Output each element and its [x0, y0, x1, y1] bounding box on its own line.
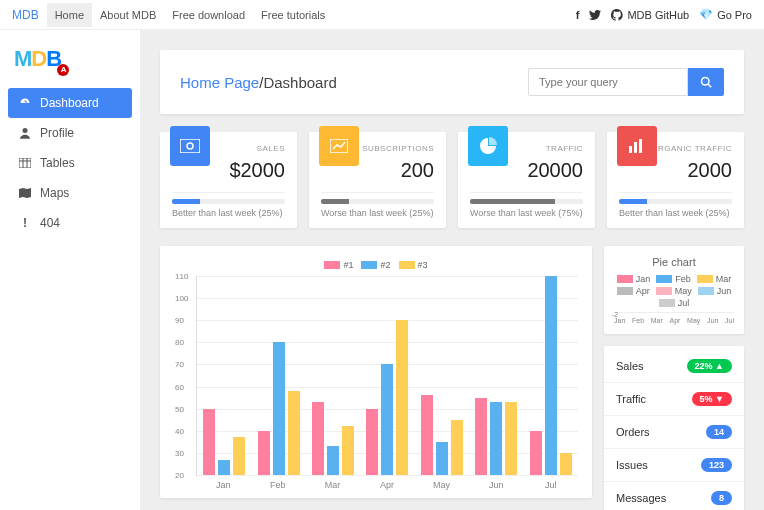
github-link[interactable]: MDB GitHub	[611, 9, 689, 21]
svg-rect-7	[180, 139, 200, 153]
pie-chart-card: Pie chart JanFebMarAprMayJunJul -2JanFeb…	[604, 246, 744, 334]
sidebar: MDBA DashboardProfileTablesMaps!404	[0, 30, 140, 510]
map-icon	[18, 188, 32, 198]
gauge-icon	[18, 97, 32, 109]
bar[interactable]	[560, 453, 572, 475]
breadcrumb: Home Page/Dashboard	[180, 74, 337, 91]
bar[interactable]	[218, 460, 230, 475]
bar[interactable]	[327, 446, 339, 475]
bar[interactable]	[366, 409, 378, 475]
badge: 14	[706, 425, 732, 439]
bar[interactable]	[436, 442, 448, 475]
search-input[interactable]	[528, 68, 688, 96]
sidebar-item-tables[interactable]: Tables	[8, 148, 132, 178]
stat-card-sales: SALES$2000Better than last week (25%)	[160, 132, 297, 228]
bar[interactable]	[203, 409, 215, 475]
twitter-icon[interactable]	[589, 10, 601, 20]
summary-list: Sales22% ▲Traffic5% ▼Orders14Issues123Me…	[604, 346, 744, 510]
logo: MDBA	[8, 38, 132, 88]
money-icon	[170, 126, 210, 166]
topnav-item-about-mdb[interactable]: About MDB	[92, 3, 164, 27]
sidebar-item-maps[interactable]: Maps	[8, 178, 132, 208]
bar[interactable]	[342, 426, 354, 475]
svg-point-0	[23, 128, 28, 133]
list-item-messages[interactable]: Messages8	[604, 482, 744, 510]
sidebar-item-dashboard[interactable]: Dashboard	[8, 88, 132, 118]
bar[interactable]	[312, 402, 324, 475]
chart-icon	[319, 126, 359, 166]
top-nav: MDB HomeAbout MDBFree downloadFree tutor…	[0, 0, 764, 30]
pie-icon	[468, 126, 508, 166]
svg-line-6	[708, 84, 711, 87]
bar[interactable]	[233, 437, 245, 475]
sidebar-item-404[interactable]: !404	[8, 208, 132, 238]
topnav-item-free-download[interactable]: Free download	[164, 3, 253, 27]
bar[interactable]	[490, 402, 502, 475]
user-icon	[18, 127, 32, 139]
bar[interactable]	[475, 398, 487, 475]
bar[interactable]	[421, 395, 433, 475]
progress-bar	[619, 199, 732, 204]
svg-rect-12	[639, 139, 642, 153]
sidebar-item-profile[interactable]: Profile	[8, 118, 132, 148]
bars-icon	[617, 126, 657, 166]
list-item-orders[interactable]: Orders14	[604, 416, 744, 449]
brand-link[interactable]: MDB	[12, 8, 39, 22]
excl-icon: !	[18, 216, 32, 230]
legend-#1[interactable]: #1	[324, 260, 353, 270]
bar[interactable]	[288, 391, 300, 475]
pie-legend-apr[interactable]: Apr	[617, 286, 650, 296]
table-icon	[18, 158, 32, 168]
badge: 5% ▼	[692, 392, 732, 406]
bar[interactable]	[258, 431, 270, 475]
legend-#2[interactable]: #2	[361, 260, 390, 270]
search-button[interactable]	[688, 68, 724, 96]
badge: 22% ▲	[687, 359, 732, 373]
progress-bar	[172, 199, 285, 204]
pie-legend-jul[interactable]: Jul	[659, 298, 690, 308]
breadcrumb-home[interactable]: Home Page	[180, 74, 259, 91]
list-item-traffic[interactable]: Traffic5% ▼	[604, 383, 744, 416]
bar[interactable]	[381, 364, 393, 475]
progress-bar	[470, 199, 583, 204]
badge: 8	[711, 491, 732, 505]
stat-card-traffic: TRAFFIC20000Worse than last week (75%)	[458, 132, 595, 228]
pie-legend-may[interactable]: May	[656, 286, 692, 296]
gopro-link[interactable]: 💎 Go Pro	[699, 8, 752, 21]
legend-#3[interactable]: #3	[399, 260, 428, 270]
header-card: Home Page/Dashboard	[160, 50, 744, 114]
list-item-issues[interactable]: Issues123	[604, 449, 744, 482]
facebook-icon[interactable]: f	[576, 9, 580, 21]
progress-bar	[321, 199, 434, 204]
pie-legend-jun[interactable]: Jun	[698, 286, 732, 296]
svg-rect-10	[629, 146, 632, 153]
pie-legend-jan[interactable]: Jan	[617, 274, 651, 284]
svg-rect-11	[634, 142, 637, 153]
svg-rect-1	[19, 158, 31, 168]
stat-card-subscriptions: SUBSCRIPTIONS200Worse than last week (25…	[309, 132, 446, 228]
badge: 123	[701, 458, 732, 472]
list-item-sales[interactable]: Sales22% ▲	[604, 350, 744, 383]
bar[interactable]	[273, 342, 285, 475]
topnav-item-free-tutorials[interactable]: Free tutorials	[253, 3, 333, 27]
bar[interactable]	[396, 320, 408, 475]
pie-legend-mar[interactable]: Mar	[697, 274, 732, 284]
bar[interactable]	[505, 402, 517, 475]
svg-point-5	[702, 78, 710, 86]
bar[interactable]	[530, 431, 542, 475]
topnav-item-home[interactable]: Home	[47, 3, 92, 27]
pie-legend-feb[interactable]: Feb	[656, 274, 691, 284]
bar[interactable]	[451, 420, 463, 475]
main-chart-card: #1#2#3 2030405060708090100110 JanFebMarA…	[160, 246, 592, 498]
svg-point-8	[187, 143, 193, 149]
stat-card-organic-traffic: ORGANIC TRAFFIC2000Better than last week…	[607, 132, 744, 228]
bar[interactable]	[545, 276, 557, 475]
